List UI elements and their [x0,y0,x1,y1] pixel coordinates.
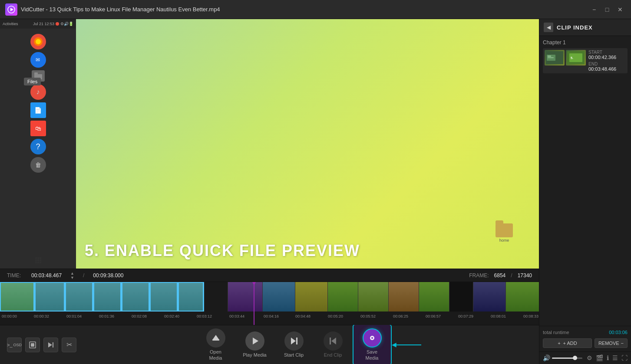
start-clip-button[interactable]: Start Clip [274,328,314,361]
volume-slider[interactable] [552,357,582,359]
timeline-segment[interactable] [204,282,228,312]
timeline-frames [0,282,539,312]
ts-3: 00:01:36 [99,314,114,318]
ts-7: 00:03:44 [229,314,244,318]
close-button[interactable]: ✕ [614,4,626,15]
end-clip-label: End Clip [324,352,342,358]
svg-rect-11 [53,342,53,348]
save-media-button[interactable]: SaveMedia [353,324,392,364]
timeline-segment[interactable] [35,282,65,312]
skip-end-button[interactable] [43,338,58,352]
thunderbird-icon[interactable]: ✉ [30,52,46,68]
end-label: END [588,62,616,66]
window-title: VidCutter - 13 Quick Tips to Make Linux … [21,6,220,13]
timeline-segment[interactable] [328,282,358,312]
timeline[interactable]: 00:00:00 00:00:32 00:01:04 00:01:36 00:0… [0,282,539,325]
home-folder-icon [496,223,513,237]
appstore-icon[interactable]: 🛍 [30,121,46,136]
start-clip-label: Start Clip [284,352,304,358]
ts-11: 00:05:52 [360,314,376,318]
file-manager-tooltip: Files [24,78,41,85]
timeline-scrubber[interactable] [254,282,254,325]
expand-icon[interactable]: ⛶ [621,354,628,361]
svg-rect-9 [31,343,34,347]
frame-separator: / [511,272,512,279]
frame-view-button[interactable] [25,338,40,352]
clip-index-footer: total runtime 00:03:06 + + ADD REMOVE − [539,326,631,351]
timeline-segment[interactable] [419,282,449,312]
info-icon[interactable]: ℹ [607,354,609,361]
svg-point-3 [36,39,41,44]
start-clip-icon [284,331,304,351]
rhythmbox-icon[interactable]: ♪ [30,84,46,100]
timeline-segment[interactable] [389,282,419,312]
terminal-button[interactable]: >_ OSD [7,338,22,352]
timeline-segment[interactable] [358,282,389,312]
total-runtime-row: total runtime 00:03:06 [543,330,628,335]
open-media-icon [206,328,225,348]
save-media-icon [363,328,382,348]
clip-index-header: ◀ CLIP INDEX [539,19,631,36]
svg-rect-7 [34,72,38,75]
settings-icon[interactable]: ⚙ [587,354,592,361]
volume-section: 🔊 [543,354,582,361]
status-bar: TIME: 00:03:48.467 ▲ ▼ / 00:09:38.000 FR… [0,269,539,282]
play-media-label: Play Media [243,352,266,358]
collapse-panel-button[interactable]: ◀ [544,23,553,32]
time-label: TIME: [7,272,21,279]
svg-text:5.: 5. [571,56,573,59]
ts-1: 00:00:32 [34,314,49,318]
timeline-segment[interactable] [0,282,35,312]
firefox-icon[interactable] [30,34,46,49]
video-settings-icon[interactable]: 🎬 [596,354,603,361]
trash-icon[interactable]: 🗑 [30,157,46,173]
main-layout: Activities Jul 21 12:53 ⚙🔊🔋 ✉ [0,19,631,364]
video-container: Activities Jul 21 12:53 ⚙🔊🔋 ✉ [0,19,539,269]
desktop-top-bar: Activities Jul 21 12:53 ⚙🔊🔋 [0,19,76,29]
writer-icon[interactable]: 📄 [30,102,46,118]
play-media-button[interactable]: Play Media [235,328,274,361]
timeline-segment[interactable] [228,282,263,312]
list-icon[interactable]: ☰ [612,354,618,361]
video-section: Activities Jul 21 12:53 ⚙🔊🔋 ✉ [0,19,539,364]
time-stepper[interactable]: ▲ ▼ [70,271,74,280]
clip-end-info: END 00:03:48.466 [588,62,616,72]
svg-rect-23 [548,56,551,57]
timeline-segment[interactable] [122,282,150,312]
timeline-segment[interactable] [449,282,473,312]
end-clip-button[interactable]: End Clip [314,328,353,361]
ts-0: 00:00:00 [2,314,17,318]
svg-marker-14 [291,338,296,344]
timeline-segment[interactable] [263,282,295,312]
clip-actions: + + ADD REMOVE − [543,338,628,348]
timeline-segment[interactable] [473,282,506,312]
timeline-segment[interactable] [150,282,178,312]
title-bar: VidCutter - 13 Quick Tips to Make Linux … [0,0,631,19]
maximize-button[interactable]: □ [601,4,613,15]
right-panel: ◀ CLIP INDEX Chapter 1 [539,19,631,364]
svg-point-20 [371,337,373,339]
date-time: Jul 21 12:53 [33,22,54,26]
total-runtime-label: total runtime [543,330,569,335]
minimize-button[interactable]: − [588,4,600,15]
frame-info: FRAME: 6854 / 17340 [469,272,532,279]
end-clip-icon [324,331,343,351]
clip-thumb-end: 5. [566,50,586,66]
clip-index-content[interactable]: Chapter 1 [539,36,631,326]
help-icon[interactable]: ? [30,139,46,154]
current-frame: 6854 [494,272,506,279]
save-arrow-indicator [395,344,421,345]
add-clip-button[interactable]: + + ADD [543,338,592,348]
timeline-segment[interactable] [295,282,328,312]
timeline-segment[interactable] [506,282,539,312]
remove-clip-button[interactable]: REMOVE − [595,338,628,348]
ts-15: 00:08:01 [491,314,506,318]
timeline-segment[interactable] [93,282,122,312]
cut-button[interactable]: ✂ [62,338,76,352]
clip-index-title: CLIP INDEX [557,24,593,31]
total-frames: 17340 [518,272,532,279]
open-media-button[interactable]: OpenMedia [196,325,235,364]
clip-item[interactable]: 5. START 00:00:42.366 END 00:03:48.466 [543,48,628,73]
timeline-segment[interactable] [65,282,93,312]
timeline-segment[interactable] [178,282,204,312]
